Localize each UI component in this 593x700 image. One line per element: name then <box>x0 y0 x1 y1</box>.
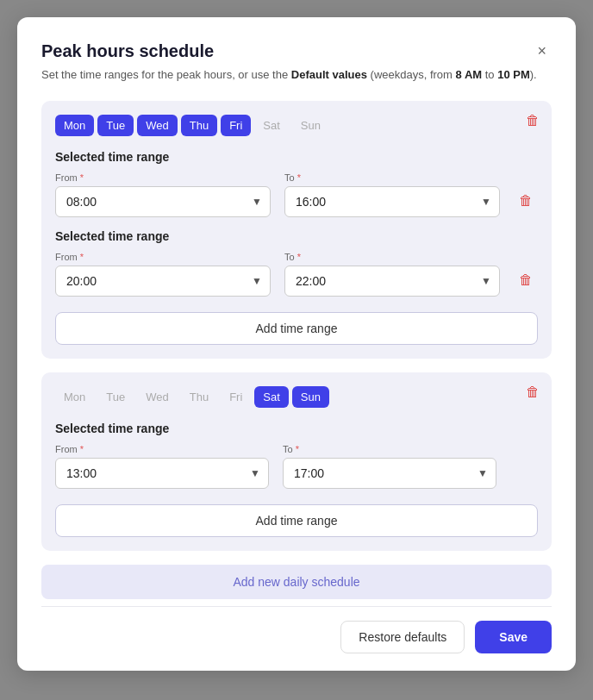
to-select-wrapper-2-1: 17:00 18:00 ▼ <box>283 458 496 489</box>
to-label-1-1: To * <box>284 172 500 183</box>
modal-subtitle: Set the time ranges for the peak hours, … <box>41 66 552 84</box>
to-select-2-1[interactable]: 17:00 18:00 <box>283 458 496 489</box>
to-field-1-1: To * 16:00 17:00 18:00 ▼ <box>284 172 500 217</box>
time-range-label-1-1: Selected time range <box>55 150 538 164</box>
trash-icon-card-2: 🗑 <box>526 384 540 399</box>
save-button[interactable]: Save <box>475 621 552 653</box>
to-label-1-2: To * <box>284 252 500 262</box>
to-label-2-1: To * <box>283 444 496 454</box>
day-btn-wed-2[interactable]: Wed <box>137 386 178 408</box>
peak-hours-modal: Peak hours schedule × Set the time range… <box>17 17 576 671</box>
modal-header: Peak hours schedule × <box>41 41 552 61</box>
trash-icon: 🗑 <box>526 113 540 128</box>
time-range-2-1: Selected time range From * 13:00 14:00 ▼ <box>55 422 538 489</box>
from-select-wrapper-1-1: 08:00 09:00 10:00 ▼ <box>55 186 271 217</box>
from-select-wrapper-1-2: 20:00 21:00 ▼ <box>55 266 271 297</box>
add-time-range-2-button[interactable]: Add time range <box>55 504 538 537</box>
to-select-1-2[interactable]: 22:00 23:00 <box>284 266 500 297</box>
day-btn-tue-2[interactable]: Tue <box>97 386 134 408</box>
delete-schedule-2-button[interactable]: 🗑 <box>526 384 540 400</box>
to-field-1-2: To * 22:00 23:00 ▼ <box>284 252 500 297</box>
day-btn-sat-1[interactable]: Sat <box>254 115 289 136</box>
time-inputs-2-1: From * 13:00 14:00 ▼ To * <box>55 444 538 489</box>
day-btn-mon-2[interactable]: Mon <box>55 386 94 408</box>
to-select-wrapper-1-1: 16:00 17:00 18:00 ▼ <box>284 186 500 217</box>
day-btn-wed-1[interactable]: Wed <box>137 115 178 136</box>
day-btn-fri-2[interactable]: Fri <box>221 386 251 408</box>
to-select-1-1[interactable]: 16:00 17:00 18:00 <box>284 186 500 217</box>
time-range-1-1: Selected time range From * 08:00 09:00 1… <box>55 150 538 217</box>
day-btn-thu-1[interactable]: Thu <box>181 115 217 136</box>
from-select-1-2[interactable]: 20:00 21:00 <box>55 266 271 297</box>
time-range-1-2: Selected time range From * 20:00 21:00 ▼ <box>55 229 538 297</box>
day-btn-sat-2[interactable]: Sat <box>254 386 289 408</box>
close-button[interactable]: × <box>532 41 552 60</box>
modal-title: Peak hours schedule <box>41 41 214 61</box>
trash-icon-row-2: 🗑 <box>519 272 533 287</box>
add-daily-schedule-button[interactable]: Add new daily schedule <box>41 565 552 599</box>
time-inputs-1-2: From * 20:00 21:00 ▼ To * <box>55 252 538 297</box>
from-label-2-1: From * <box>55 444 269 454</box>
to-field-2-1: To * 17:00 18:00 ▼ <box>283 444 496 489</box>
from-field-2-1: From * 13:00 14:00 ▼ <box>55 444 269 489</box>
day-btn-sun-1[interactable]: Sun <box>292 115 329 136</box>
day-btn-thu-2[interactable]: Thu <box>181 386 217 408</box>
day-btn-tue-1[interactable]: Tue <box>97 115 134 136</box>
time-inputs-1-1: From * 08:00 09:00 10:00 ▼ To * <box>55 172 538 217</box>
schedule-card-1: Mon Tue Wed Thu Fri Sat Sun 🗑 Selected t… <box>41 101 552 359</box>
from-field-1-2: From * 20:00 21:00 ▼ <box>55 252 271 297</box>
from-field-1-1: From * 08:00 09:00 10:00 ▼ <box>55 172 271 217</box>
restore-defaults-button[interactable]: Restore defaults <box>340 621 465 653</box>
day-selector-1: Mon Tue Wed Thu Fri Sat Sun <box>55 115 538 136</box>
delete-schedule-1-button[interactable]: 🗑 <box>526 113 540 128</box>
from-select-wrapper-2-1: 13:00 14:00 ▼ <box>55 458 269 489</box>
time-range-label-2-1: Selected time range <box>55 422 538 435</box>
to-select-wrapper-1-2: 22:00 23:00 ▼ <box>284 266 500 297</box>
from-select-2-1[interactable]: 13:00 14:00 <box>55 458 269 489</box>
from-label-1-2: From * <box>55 252 271 262</box>
delete-time-range-1-2-button[interactable]: 🗑 <box>514 266 538 295</box>
modal-footer: Restore defaults Save <box>41 606 552 671</box>
from-select-1-1[interactable]: 08:00 09:00 10:00 <box>55 186 271 217</box>
day-btn-fri-1[interactable]: Fri <box>221 115 251 136</box>
day-btn-sun-2[interactable]: Sun <box>292 386 329 408</box>
time-range-label-1-2: Selected time range <box>55 229 538 243</box>
trash-icon-row: 🗑 <box>519 193 533 208</box>
add-time-range-1-button[interactable]: Add time range <box>55 312 538 345</box>
day-selector-2: Mon Tue Wed Thu Fri Sat Sun <box>55 386 538 408</box>
schedule-card-2: Mon Tue Wed Thu Fri Sat Sun 🗑 Selected t… <box>41 372 552 551</box>
day-btn-mon-1[interactable]: Mon <box>55 115 94 136</box>
delete-time-range-1-1-button[interactable]: 🗑 <box>514 186 538 216</box>
from-label-1-1: From * <box>55 172 271 183</box>
